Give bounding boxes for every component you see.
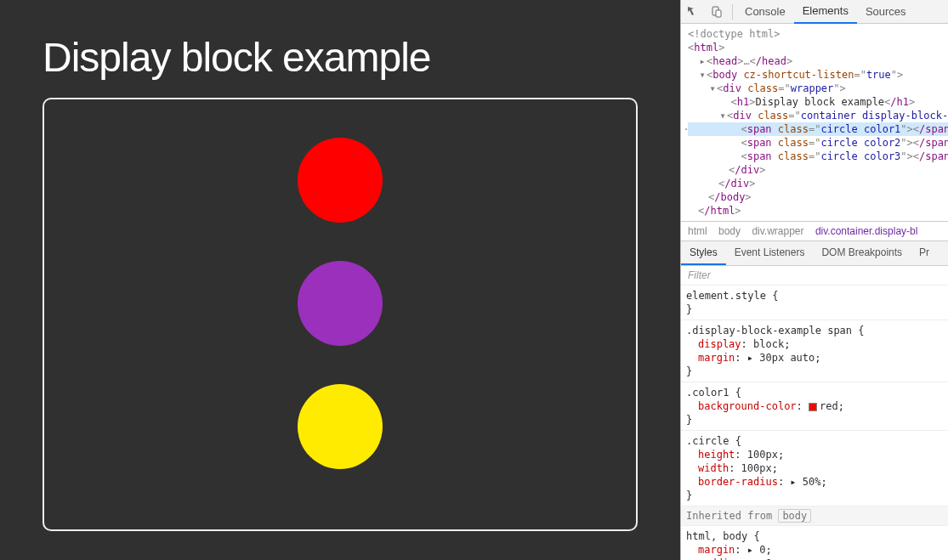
dom-line[interactable]: <span class="circle color3"></span bbox=[688, 150, 948, 163]
circle-yellow bbox=[298, 384, 383, 469]
tab-console[interactable]: Console bbox=[736, 0, 794, 23]
crumb[interactable]: div.wrapper bbox=[752, 225, 803, 237]
styles-subtabs: Styles Event Listeners DOM Breakpoints P… bbox=[681, 241, 948, 266]
dom-line[interactable]: ▾<div class="wrapper"> bbox=[688, 82, 948, 95]
tab-sources[interactable]: Sources bbox=[857, 0, 915, 23]
rule-element-style[interactable]: element.style { } bbox=[681, 286, 948, 320]
page-title: Display block example bbox=[43, 34, 638, 81]
inspect-icon[interactable] bbox=[681, 5, 705, 19]
rule-color1[interactable]: .color1 { background-color: red; } bbox=[681, 382, 948, 431]
dom-line[interactable]: </div> bbox=[688, 163, 948, 177]
subtab-dom-breakpoints[interactable]: DOM Breakpoints bbox=[813, 241, 911, 265]
subtab-styles[interactable]: Styles bbox=[681, 241, 726, 265]
dom-line[interactable]: <html> bbox=[688, 41, 948, 54]
subtab-properties[interactable]: Pr bbox=[911, 241, 938, 265]
rule-display-block[interactable]: .display-block-example span { display: b… bbox=[681, 320, 948, 382]
subtab-event-listeners[interactable]: Event Listeners bbox=[726, 241, 814, 265]
color-swatch-icon[interactable] bbox=[809, 403, 817, 411]
dom-line[interactable]: ▸<head>…</head> bbox=[688, 54, 948, 68]
breadcrumb[interactable]: html body div.wrapper div.container.disp… bbox=[681, 222, 948, 241]
container-box bbox=[43, 98, 638, 531]
inherited-from-row: Inherited from body bbox=[681, 506, 948, 526]
dom-line-selected[interactable]: <span class="circle color1"></span bbox=[688, 122, 948, 136]
dom-line[interactable]: </html> bbox=[688, 204, 948, 218]
toolbar-separator bbox=[732, 4, 733, 20]
styles-filter-input[interactable]: Filter bbox=[681, 266, 948, 286]
rendered-page: Display block example bbox=[0, 0, 680, 560]
device-toolbar-icon[interactable] bbox=[705, 5, 729, 19]
dom-line[interactable]: <span class="circle color2"></span bbox=[688, 136, 948, 150]
circle-purple bbox=[298, 261, 383, 346]
rule-circle[interactable]: .circle { height: 100px; width: 100px; b… bbox=[681, 431, 948, 506]
dom-line[interactable]: ▾<div class="container display-block- bbox=[688, 109, 948, 122]
inherited-link[interactable]: body bbox=[778, 509, 811, 523]
dom-tree[interactable]: <!doctype html> <html> ▸<head>…</head> ▾… bbox=[681, 24, 948, 222]
devtools-toolbar: Console Elements Sources bbox=[681, 0, 948, 24]
crumb-current[interactable]: div.container.display-bl bbox=[815, 225, 918, 237]
crumb[interactable]: html bbox=[688, 225, 707, 237]
crumb[interactable]: body bbox=[718, 225, 741, 237]
css-rules: element.style { } .display-block-example… bbox=[681, 286, 948, 560]
dom-line[interactable]: <!doctype html> bbox=[688, 27, 948, 41]
devtools-panel: Console Elements Sources <!doctype html>… bbox=[680, 0, 948, 560]
dom-line[interactable]: <h1>Display block example</h1> bbox=[688, 95, 948, 109]
rule-html-body[interactable]: html, body { margin: ▸ 0; padding: ▸ 0; … bbox=[681, 526, 948, 560]
dom-line[interactable]: </div> bbox=[688, 177, 948, 190]
dom-line[interactable]: </body> bbox=[688, 190, 948, 204]
svg-rect-1 bbox=[716, 10, 721, 17]
circle-red bbox=[298, 138, 383, 223]
tab-elements[interactable]: Elements bbox=[794, 0, 857, 24]
dom-line[interactable]: ▾<body cz-shortcut-listen="true"> bbox=[688, 68, 948, 82]
